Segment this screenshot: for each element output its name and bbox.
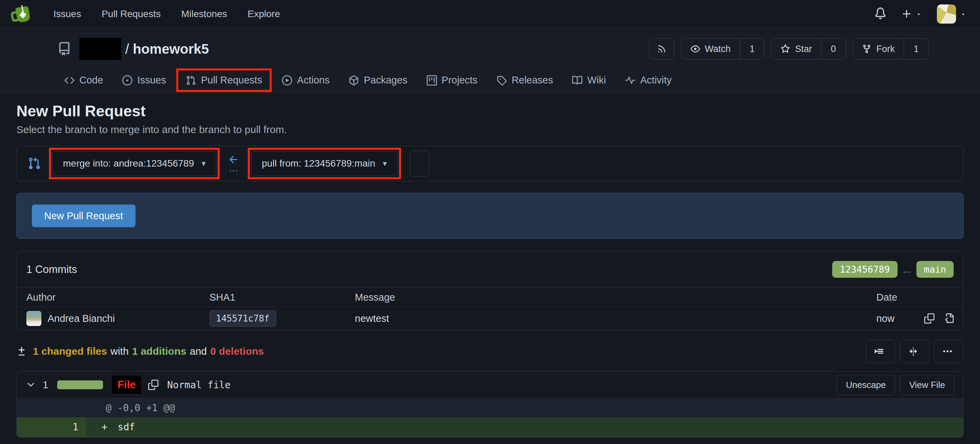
author-avatar[interactable]	[26, 311, 41, 326]
page-subtitle: Select the branch to merge into and the …	[16, 123, 964, 136]
issue-opened-icon	[122, 75, 132, 86]
star-count[interactable]: 0	[821, 39, 846, 59]
project-icon	[427, 75, 437, 86]
tab-activity[interactable]: Activity	[616, 68, 681, 93]
tab-pull-requests[interactable]: Pull Requests	[176, 68, 272, 92]
tab-releases[interactable]: Releases	[487, 68, 563, 93]
package-icon	[349, 75, 359, 86]
navbar-right	[875, 5, 970, 24]
tab-projects[interactable]: Projects	[417, 68, 487, 93]
file-name-redacted[interactable]: File	[112, 376, 141, 394]
compare-direction-arrow: ...	[228, 154, 240, 173]
unescape-button[interactable]: Unescape	[837, 375, 895, 395]
commit-message[interactable]: newtest	[355, 313, 876, 324]
tag-icon	[496, 75, 507, 86]
user-menu[interactable]	[937, 5, 966, 24]
base-ref-badge[interactable]: 123456789	[832, 261, 897, 278]
new-pr-panel: New Pull Request	[16, 193, 964, 239]
file-diff-box: 1 File Normal file Unescape View File @ …	[16, 371, 964, 438]
star-icon	[781, 44, 790, 54]
file-code-icon[interactable]	[943, 314, 954, 324]
navbar-left: Issues Pull Requests Milestones Explore	[10, 5, 290, 24]
notifications-bell-icon[interactable]	[875, 8, 886, 21]
tab-issues[interactable]: Issues	[113, 68, 175, 93]
git-pull-request-icon	[186, 75, 196, 86]
diffstat-files[interactable]: 1 changed files	[33, 345, 107, 357]
gitea-logo-icon[interactable]	[12, 5, 32, 24]
code-icon	[64, 75, 75, 86]
fork-button[interactable]: Fork	[853, 39, 904, 59]
user-avatar	[937, 5, 956, 24]
file-change-count: 1	[43, 379, 48, 391]
diff-added-line[interactable]: 1 +sdf	[17, 417, 963, 437]
diff-options-button[interactable]	[934, 340, 964, 363]
tab-wiki[interactable]: Wiki	[563, 68, 616, 93]
rss-icon	[657, 44, 667, 54]
star-button-group: Star 0	[771, 38, 846, 59]
split-view-button[interactable]	[900, 340, 929, 363]
diff-hunk-header[interactable]: @ -0,0 +1 @@	[17, 398, 963, 417]
file-tree-toggle-button[interactable]	[866, 340, 895, 363]
fork-count[interactable]: 1	[904, 39, 928, 59]
play-icon	[282, 75, 292, 86]
commit-sha-badge[interactable]: 145571c78f	[209, 310, 276, 327]
caret-down-icon: ▾	[202, 159, 206, 168]
nav-item-issues[interactable]: Issues	[43, 8, 91, 19]
watch-count[interactable]: 1	[740, 39, 764, 59]
col-author: Author	[26, 292, 209, 303]
col-message: Message	[355, 292, 876, 303]
file-tree-icon	[874, 346, 884, 356]
pull-from-dropdown[interactable]: pull from: 123456789:main ▾	[251, 151, 398, 176]
caret-down-icon	[916, 11, 922, 17]
arrow-dots: ...	[229, 163, 239, 173]
repo-owner-redacted[interactable]	[80, 38, 121, 60]
repo-actions: Watch 1 Star 0 Fork 1	[649, 38, 929, 59]
fork-button-group: Fork 1	[853, 38, 929, 59]
commits-title: 1 Commits	[26, 263, 77, 276]
create-new-button[interactable]	[901, 8, 922, 19]
tab-code[interactable]: Code	[55, 68, 113, 93]
annotation-box-pull-from: pull from: 123456789:main ▾	[248, 148, 401, 179]
repo-name[interactable]: / homework5	[125, 41, 209, 57]
file-actions: Unescape View File	[837, 375, 955, 395]
diffstat-with: with	[111, 345, 129, 357]
file-mode-label: Normal file	[167, 379, 231, 391]
commit-row: Andrea Bianchi 145571c78f newtest now	[17, 307, 963, 330]
view-file-button[interactable]: View File	[900, 375, 955, 395]
annotation-box-merge-into: merge into: andrea:123456789 ▾	[49, 148, 220, 179]
split-view-icon	[908, 346, 918, 356]
merge-into-dropdown[interactable]: merge into: andrea:123456789 ▾	[52, 151, 216, 176]
compare-refs: 123456789 ... main	[832, 261, 954, 278]
book-icon	[572, 75, 582, 86]
nav-item-milestones[interactable]: Milestones	[171, 8, 237, 19]
chevron-down-icon[interactable]	[25, 380, 36, 390]
star-button[interactable]: Star	[772, 39, 821, 59]
head-ref-badge[interactable]: main	[916, 261, 954, 278]
diffstat-additions: 1 additions	[132, 345, 186, 357]
page-title: New Pull Request	[16, 102, 964, 120]
tab-packages[interactable]: Packages	[339, 68, 417, 93]
tab-actions[interactable]: Actions	[272, 68, 339, 93]
nav-item-pull-requests[interactable]: Pull Requests	[91, 8, 171, 19]
copy-icon[interactable]	[924, 314, 934, 324]
plus-icon	[901, 8, 912, 19]
line-code: +sdf	[86, 417, 963, 437]
nav-item-explore[interactable]: Explore	[237, 8, 291, 19]
branch-compare-bar: merge into: andrea:123456789 ▾ ... pull …	[16, 146, 964, 181]
diff-view-actions	[866, 340, 964, 363]
col-date: Date	[876, 292, 954, 303]
caret-down-icon	[960, 11, 966, 17]
kebab-horizontal-icon	[942, 346, 953, 356]
line-number[interactable]: 1	[17, 417, 86, 437]
commits-table-header: Author SHA1 Message Date	[17, 287, 963, 307]
copy-icon[interactable]	[148, 380, 158, 390]
diff-add-sign: +	[102, 422, 107, 433]
gitea-mug	[15, 6, 30, 23]
top-navbar: Issues Pull Requests Milestones Explore	[0, 0, 980, 28]
diffstat-and: and	[189, 345, 207, 357]
watch-button[interactable]: Watch	[682, 39, 740, 59]
git-compare-icon	[28, 157, 41, 170]
rss-button[interactable]	[649, 38, 675, 59]
new-pull-request-button[interactable]: New Pull Request	[32, 205, 135, 227]
commit-date: now	[876, 313, 894, 324]
